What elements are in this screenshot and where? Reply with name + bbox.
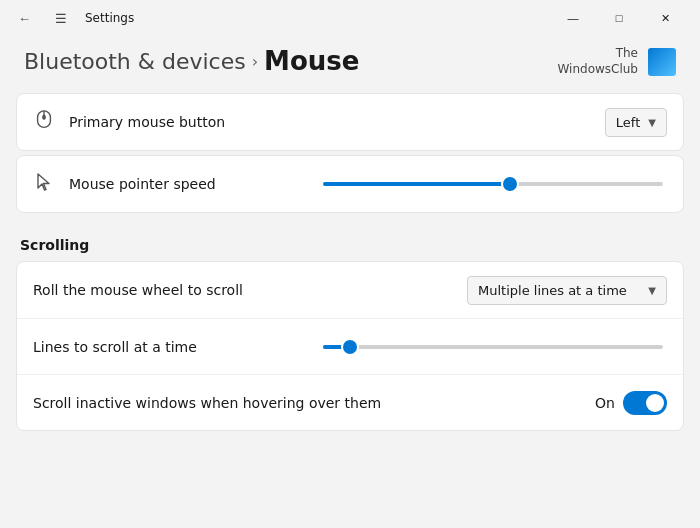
- pointer-speed-slider-track[interactable]: [323, 182, 663, 186]
- scroll-inactive-row: Scroll inactive windows when hovering ov…: [17, 374, 683, 430]
- menu-button[interactable]: ☰: [49, 7, 73, 30]
- pointer-speed-card: Mouse pointer speed: [16, 155, 684, 213]
- pointer-speed-row-left: Mouse pointer speed: [33, 172, 216, 196]
- back-button[interactable]: ←: [12, 7, 37, 30]
- logo-area: The WindowsClub: [557, 46, 676, 77]
- roll-wheel-dropdown[interactable]: Multiple lines at a time ▼: [467, 276, 667, 305]
- primary-button-label: Primary mouse button: [69, 114, 225, 130]
- roll-wheel-row-left: Roll the mouse wheel to scroll: [33, 282, 243, 298]
- page-title: Mouse: [264, 46, 359, 76]
- pointer-speed-row: Mouse pointer speed: [17, 156, 683, 212]
- page-header: Bluetooth & devices › Mouse The WindowsC…: [0, 36, 700, 93]
- primary-button-dropdown-arrow: ▼: [648, 117, 656, 128]
- window-title: Settings: [85, 11, 134, 25]
- breadcrumb-separator: ›: [252, 52, 258, 71]
- primary-button-row: Primary mouse button Left ▼: [17, 94, 683, 150]
- logo-icon: [648, 48, 676, 76]
- logo-text-line1: The: [557, 46, 638, 62]
- breadcrumb-parent: Bluetooth & devices: [24, 49, 246, 74]
- toggle-knob: [646, 394, 664, 412]
- logo-row: The WindowsClub: [557, 46, 676, 77]
- title-bar: ← ☰ Settings — □ ✕: [0, 0, 700, 36]
- roll-wheel-value: Multiple lines at a time: [478, 283, 627, 298]
- primary-button-row-left: Primary mouse button: [33, 109, 225, 135]
- scroll-inactive-toggle-label: On: [595, 395, 615, 411]
- breadcrumb: Bluetooth & devices › Mouse: [24, 46, 359, 76]
- svg-point-2: [42, 115, 46, 121]
- primary-button-value: Left: [616, 115, 640, 130]
- lines-to-scroll-slider-container: [323, 345, 663, 349]
- roll-wheel-label: Roll the mouse wheel to scroll: [33, 282, 243, 298]
- pointer-speed-thumb[interactable]: [503, 177, 517, 191]
- maximize-button[interactable]: □: [596, 0, 642, 36]
- scroll-inactive-label: Scroll inactive windows when hovering ov…: [33, 395, 381, 411]
- lines-to-scroll-track[interactable]: [323, 345, 663, 349]
- lines-to-scroll-thumb[interactable]: [343, 340, 357, 354]
- pointer-speed-slider-container: [323, 182, 663, 186]
- lines-to-scroll-row-left: Lines to scroll at a time: [33, 339, 197, 355]
- title-bar-left: ← ☰ Settings: [12, 7, 134, 30]
- scrolling-card: Roll the mouse wheel to scroll Multiple …: [16, 261, 684, 431]
- scrolling-section-title: Scrolling: [16, 225, 684, 261]
- primary-button-dropdown[interactable]: Left ▼: [605, 108, 667, 137]
- logo-text-line2: WindowsClub: [557, 62, 638, 78]
- scroll-inactive-toggle[interactable]: [623, 391, 667, 415]
- primary-button-card: Primary mouse button Left ▼: [16, 93, 684, 151]
- content-area: Primary mouse button Left ▼ Mouse pointe…: [0, 93, 700, 431]
- minimize-button[interactable]: —: [550, 0, 596, 36]
- scroll-inactive-toggle-group: On: [595, 391, 667, 415]
- pointer-icon: [33, 172, 55, 196]
- scroll-inactive-row-left: Scroll inactive windows when hovering ov…: [33, 395, 381, 411]
- roll-wheel-dropdown-arrow: ▼: [648, 285, 656, 296]
- lines-to-scroll-row: Lines to scroll at a time: [17, 318, 683, 374]
- mouse-icon: [33, 109, 55, 135]
- pointer-speed-label: Mouse pointer speed: [69, 176, 216, 192]
- lines-to-scroll-label: Lines to scroll at a time: [33, 339, 197, 355]
- pointer-speed-fill: [323, 182, 510, 186]
- roll-wheel-row: Roll the mouse wheel to scroll Multiple …: [17, 262, 683, 318]
- window-controls: — □ ✕: [550, 0, 688, 36]
- close-button[interactable]: ✕: [642, 0, 688, 36]
